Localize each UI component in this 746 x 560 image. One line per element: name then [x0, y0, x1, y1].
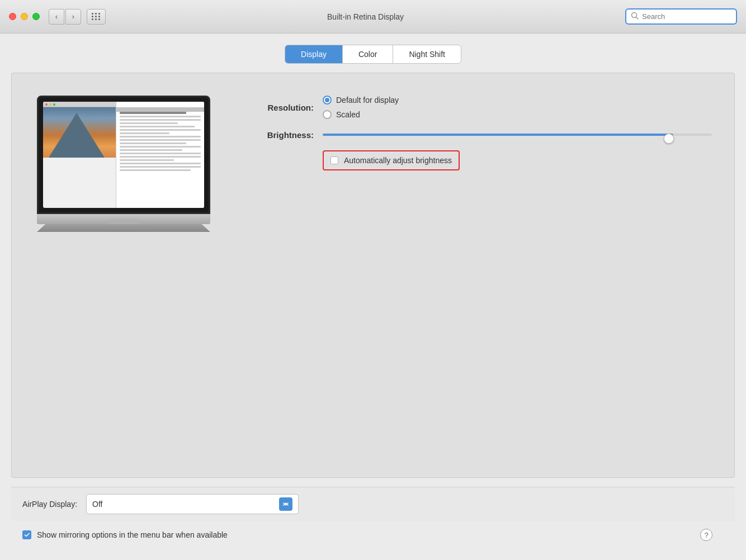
- content-panel: Resolution: Default for display Scaled: [11, 73, 735, 478]
- window-controls: [9, 13, 40, 20]
- resolution-scaled-option[interactable]: Scaled: [323, 110, 399, 119]
- mirror-label: Show mirroring options in the menu bar w…: [37, 530, 228, 539]
- close-button[interactable]: [9, 13, 16, 20]
- tab-color[interactable]: Color: [343, 45, 393, 63]
- laptop-stand: [37, 224, 210, 232]
- auto-brightness-checkbox[interactable]: [330, 156, 338, 164]
- airplay-value: Off: [92, 500, 279, 509]
- resolution-radio-group: Default for display Scaled: [323, 96, 399, 119]
- radio-selected-indicator: [325, 98, 329, 102]
- svg-line-1: [636, 17, 639, 20]
- mirror-checkbox[interactable]: [22, 530, 31, 539]
- back-button[interactable]: ‹: [49, 9, 64, 25]
- brightness-slider[interactable]: [323, 134, 712, 136]
- search-bar: [625, 8, 737, 25]
- minimize-button[interactable]: [21, 13, 28, 20]
- brightness-label: Brightness:: [247, 130, 314, 140]
- resolution-label: Resolution:: [247, 103, 314, 112]
- auto-brightness-row: Automatically adjust brightness: [323, 150, 460, 170]
- laptop-image: [37, 96, 210, 232]
- tab-night-shift[interactable]: Night Shift: [393, 45, 461, 63]
- resolution-scaled-radio: [323, 110, 332, 119]
- checkmark-icon: [24, 532, 30, 538]
- dropdown-arrow-icon: [279, 497, 292, 511]
- airplay-dropdown[interactable]: Off: [86, 494, 299, 514]
- nav-buttons: ‹ ›: [49, 9, 81, 25]
- airplay-label: AirPlay Display:: [22, 500, 77, 509]
- search-icon: [631, 12, 639, 21]
- resolution-scaled-label: Scaled: [336, 110, 360, 119]
- resolution-default-option[interactable]: Default for display: [323, 96, 399, 105]
- help-button[interactable]: ?: [700, 529, 712, 541]
- maximize-button[interactable]: [32, 13, 40, 20]
- laptop-screen: [37, 96, 210, 214]
- brightness-row: Brightness:: [247, 129, 712, 140]
- tab-display[interactable]: Display: [285, 45, 343, 63]
- search-input[interactable]: [642, 12, 731, 21]
- screen-content: [116, 102, 204, 208]
- resolution-row: Resolution: Default for display Scaled: [247, 96, 712, 119]
- titlebar: ‹ › Built-in Retina Display: [0, 0, 746, 34]
- brightness-slider-container: [323, 129, 712, 140]
- tab-bar: Display Color Night Shift: [11, 45, 735, 64]
- tab-group: Display Color Night Shift: [285, 45, 461, 64]
- settings-section: Resolution: Default for display Scaled: [247, 90, 712, 170]
- main-content: Display Color Night Shift: [0, 34, 746, 560]
- grid-icon: [92, 13, 101, 20]
- mirror-row: Show mirroring options in the menu bar w…: [11, 521, 735, 549]
- airplay-row: AirPlay Display: Off: [11, 487, 735, 521]
- auto-brightness-label: Automatically adjust brightness: [344, 156, 452, 165]
- resolution-default-radio: [323, 96, 332, 105]
- grid-menu-button[interactable]: [87, 9, 106, 25]
- screen-inner: [43, 102, 204, 208]
- laptop-illustration: [34, 96, 213, 232]
- laptop-base: [37, 214, 210, 224]
- forward-button[interactable]: ›: [65, 9, 81, 25]
- window-title: Built-in Retina Display: [106, 12, 625, 21]
- resolution-default-label: Default for display: [336, 96, 399, 105]
